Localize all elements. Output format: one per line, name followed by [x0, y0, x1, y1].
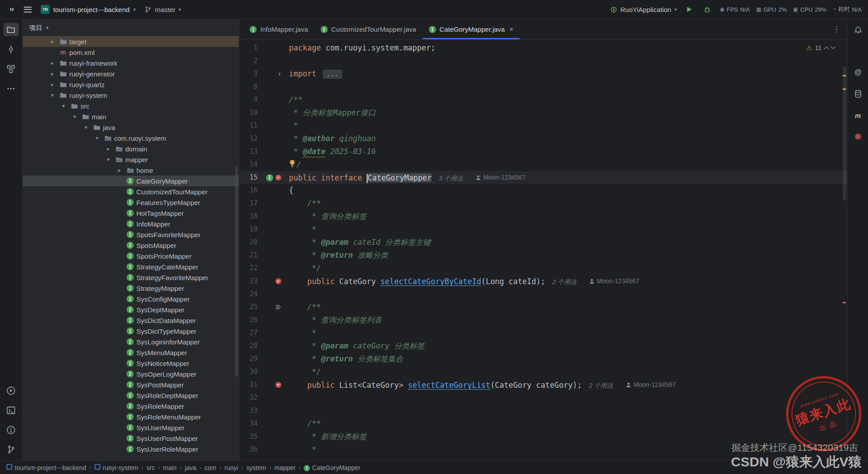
gutter[interactable] — [258, 378, 286, 391]
tree-item-SysUserPostMapper[interactable]: ISysUserPostMapper — [23, 433, 239, 444]
tree-item-SpotsPriceMapper[interactable]: ISpotsPriceMapper — [23, 251, 239, 261]
main-menu-icon[interactable] — [24, 7, 32, 13]
structure-tool-button[interactable] — [4, 62, 19, 76]
tree-item-StrategyCateMapper[interactable]: IStrategyCateMapper — [23, 261, 239, 272]
tree-item-ruoyi-quartz[interactable]: ▸ruoyi-quartz — [23, 79, 239, 90]
chevron-collapsed-icon[interactable]: ▸ — [48, 38, 57, 45]
tree-item-SysRoleMapper[interactable]: ISysRoleMapper — [23, 401, 239, 411]
breadcrumb-item-mapper[interactable]: mapper — [274, 464, 295, 471]
fold-collapsed-icon[interactable]: › — [277, 67, 282, 80]
code-area[interactable]: 1package com.ruoyi.system.mapper;23›impo… — [240, 42, 847, 456]
tree-item-SysLogininforMapper[interactable]: ISysLogininforMapper — [23, 336, 239, 347]
notifications-button[interactable] — [851, 24, 866, 37]
breadcrumb-item-ruoyi-system[interactable]: ruoyi-system — [94, 464, 138, 471]
interface-gutter-icon[interactable]: I — [266, 174, 273, 181]
tree-item-src[interactable]: ▾src — [23, 101, 239, 111]
chevron-expanded-icon[interactable]: ▾ — [81, 124, 90, 130]
chevron-expanded-icon[interactable]: ▾ — [48, 92, 57, 98]
more-tools-button[interactable] — [4, 82, 19, 95]
breadcrumb-item-com[interactable]: com — [204, 464, 216, 471]
project-scrollbar[interactable] — [235, 167, 238, 377]
breadcrumb-item-main[interactable]: main — [163, 464, 177, 471]
tree-item-SpotsMapper[interactable]: ISpotsMapper — [23, 240, 239, 251]
debug-button[interactable] — [702, 4, 712, 15]
next-problem-icon[interactable] — [830, 44, 835, 49]
tree-item-ruoyi-framework[interactable]: ▸ruoyi-framework — [23, 58, 239, 68]
gutter[interactable]: I — [258, 171, 286, 184]
code-line-10[interactable]: 10 * 分类标签Mapper接口 — [240, 106, 847, 119]
code-line-22[interactable]: 22 */ — [240, 262, 847, 275]
ai-assistant-button[interactable]: @ — [851, 66, 866, 79]
code-line-2[interactable]: 2 — [240, 55, 847, 67]
breadcrumb-item-src[interactable]: src — [147, 464, 155, 471]
code-line-25[interactable]: 25 /** — [240, 301, 847, 314]
code-line-33[interactable]: 33 — [240, 404, 847, 417]
code-line-9[interactable]: 9/** — [240, 93, 847, 106]
tab-CateGoryMapper.java[interactable]: ICateGoryMapper.java× — [423, 19, 520, 39]
usages-inlay[interactable]: 2 个用法 — [552, 278, 576, 285]
tab-CustomizedTourMapper.java[interactable]: ICustomizedTourMapper.java — [314, 19, 423, 39]
code-line-3[interactable]: 3›import ... — [240, 67, 847, 80]
tree-item-home[interactable]: ▸home — [23, 165, 239, 176]
tree-item-SysDictDataMapper[interactable]: ISysDictDataMapper — [23, 315, 239, 326]
code-line-13[interactable]: 13 * @date 2025-03-16 — [240, 145, 847, 158]
code-line-31[interactable]: 31 public List<CateGory> selectCateGoryL… — [240, 378, 847, 391]
tree-item-SysPostMapper[interactable]: ISysPostMapper — [23, 379, 239, 390]
chevron-collapsed-icon[interactable]: ▸ — [115, 167, 124, 173]
run-configuration-widget[interactable]: RuoYiApplication ▾ — [610, 6, 677, 13]
chevron-collapsed-icon[interactable]: ▸ — [48, 81, 57, 88]
vcs-tool-button[interactable] — [4, 443, 19, 456]
prev-problem-icon[interactable] — [824, 46, 829, 51]
tree-item-SysMenuMapper[interactable]: ISysMenuMapper — [23, 347, 239, 358]
code-line-26[interactable]: 26 * 查询分类标签列表 — [240, 314, 847, 327]
author-inlay[interactable]: Moon-1234567 — [589, 275, 639, 288]
tree-item-ruoyi-system[interactable]: ▾ruoyi-system — [23, 90, 239, 101]
code-line-23[interactable]: 23 public CateGory selectCateGoryByCateI… — [240, 275, 847, 288]
warning-mark[interactable] — [843, 75, 846, 76]
terminal-tool-button[interactable] — [4, 403, 19, 417]
code-line-18[interactable]: 18 * 查询分类标签 — [240, 210, 847, 223]
intention-bulb-icon[interactable] — [289, 159, 296, 172]
tree-item-java[interactable]: ▾java — [23, 122, 239, 133]
chevron-expanded-icon[interactable]: ▾ — [59, 103, 68, 109]
tree-item-CustomizedTourMapper[interactable]: ICustomizedTourMapper — [23, 186, 239, 197]
code-line-30[interactable]: 30 */ — [240, 365, 847, 378]
close-icon[interactable]: × — [509, 25, 513, 34]
inspections-widget[interactable]: ⚠ 11 — [806, 44, 835, 51]
code-line-24[interactable]: 24 — [240, 288, 847, 301]
vcs-branch-widget[interactable]: master ▾ — [144, 6, 181, 13]
chevron-collapsed-icon[interactable]: ▸ — [48, 71, 57, 77]
tab-options-icon[interactable]: ⋮ — [826, 25, 847, 34]
tab-InfoMapper.java[interactable]: IInfoMapper.java — [243, 19, 314, 39]
tree-item-mapper[interactable]: ▾mapper — [23, 154, 239, 165]
tree-item-SysOperLogMapper[interactable]: ISysOperLogMapper — [23, 369, 239, 379]
tree-item-StrategyFavoriteMapper[interactable]: IStrategyFavoriteMapper — [23, 272, 239, 283]
tree-item-StrategyMapper[interactable]: IStrategyMapper — [23, 283, 239, 294]
project-widget[interactable]: TB tourism-project---backend ▾ — [38, 3, 138, 16]
breadcrumb-item-system[interactable]: system — [246, 464, 266, 471]
tree-item-SysUserRoleMapper[interactable]: ISysUserRoleMapper — [23, 444, 239, 454]
code-line-8[interactable]: 8 — [240, 80, 847, 93]
tree-item-ruoyi-generator[interactable]: ▸ruoyi-generator — [23, 68, 239, 79]
tree-item-com.ruoyi.system[interactable]: ▾com.ruoyi.system — [23, 133, 239, 143]
code-line-15[interactable]: 15Ipublic interface CateGoryMapper3 个用法M… — [240, 171, 847, 184]
commit-tool-button[interactable] — [4, 42, 19, 56]
tree-item-SysConfigMapper[interactable]: ISysConfigMapper — [23, 294, 239, 304]
tree-item-FeaturesTypeMapper[interactable]: IFeaturesTypeMapper — [23, 197, 239, 208]
chevron-expanded-icon[interactable]: ▾ — [93, 135, 102, 141]
database-tool-button[interactable] — [851, 87, 866, 101]
code-line-1[interactable]: 1package com.ruoyi.system.mapper; — [240, 42, 847, 55]
code-line-34[interactable]: 34 /** — [240, 417, 847, 430]
tree-item-SysNoticeMapper[interactable]: ISysNoticeMapper — [23, 358, 239, 369]
usages-inlay[interactable]: 3 个用法 — [439, 175, 463, 182]
tree-item-domain[interactable]: ▸domain — [23, 143, 239, 154]
code-line-12[interactable]: 12 * @author qinghuan — [240, 132, 847, 145]
breadcrumb-item-CateGoryMapper[interactable]: ICateGoryMapper — [304, 464, 360, 471]
breadcrumb-item-ruoyi[interactable]: ruoyi — [224, 464, 238, 471]
chevron-expanded-icon[interactable]: ▾ — [70, 113, 79, 120]
tree-item-SpotsFavoriteMapper[interactable]: ISpotsFavoriteMapper — [23, 229, 239, 240]
code-line-29[interactable]: 29 * @return 分类标签集合 — [240, 352, 847, 365]
chevron-expanded-icon[interactable]: ▾ — [104, 156, 113, 163]
editor-scrollbar-thumb[interactable] — [843, 67, 847, 201]
chevron-collapsed-icon[interactable]: ▸ — [104, 146, 113, 152]
